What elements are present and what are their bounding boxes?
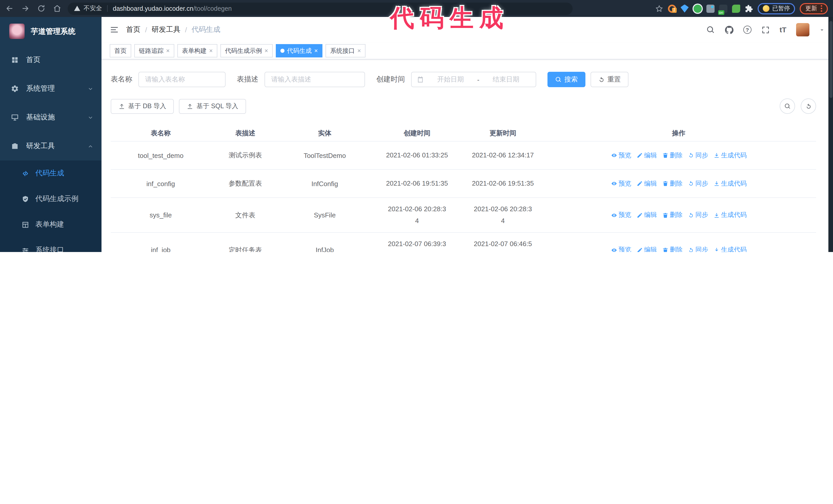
chevron-down-icon[interactable] [819,27,825,32]
eye-icon [611,247,617,252]
browser-update-button[interactable]: 更新 [800,3,828,14]
security-warning[interactable]: 不安全 [74,4,102,13]
table-desc-input[interactable]: 请输入表描述 [264,72,365,87]
sync-link[interactable]: 同步 [688,246,708,252]
create-time-label: 创建时间 [376,75,405,84]
main-area: 首页 / 研发工具 / 代码生成 ? tT 首页 链路 [101,17,833,252]
cell-actions: 预览 编辑 删除 同步 生成代码 [541,211,816,219]
date-range-picker[interactable]: 开始日期 - 结束日期 [411,72,536,87]
tab-codegen-demo[interactable]: 代码生成示例× [220,44,273,57]
download-icon [713,152,719,159]
sliders-icon [22,246,29,252]
pencil-icon [636,181,643,187]
home-icon[interactable] [53,4,62,13]
submenu-item-codegen-demo[interactable]: 代码生成示例 [0,186,101,212]
sidebar-item-home[interactable]: 首页 [0,46,101,74]
import-sql-button[interactable]: 基于 SQL 导入 [179,99,246,114]
preview-link[interactable]: 预览 [611,246,631,252]
cell-actions: 预览 编辑 删除 同步 生成代码 [541,151,816,160]
submenu-item-system-api[interactable]: 系统接口 [0,237,101,252]
sidebar-logo-row[interactable]: 芋道管理系统 [0,17,101,46]
browser-menu-dots-icon[interactable] [821,5,822,12]
tab-system-api[interactable]: 系统接口× [326,44,365,57]
edit-link[interactable]: 编辑 [636,151,657,160]
tab-close-icon[interactable]: × [264,48,268,54]
reset-button[interactable]: 重置 [591,72,628,87]
sync-link[interactable]: 同步 [688,179,708,188]
preview-link[interactable]: 预览 [611,151,631,160]
download-icon [713,181,719,187]
sync-link[interactable]: 同步 [688,151,708,160]
toggle-search-button[interactable] [780,98,795,114]
code-icon [22,169,29,177]
generate-code-link[interactable]: 生成代码 [713,211,747,219]
tab-form-builder[interactable]: 表单构建× [177,44,217,57]
extension-lizard-icon[interactable] [732,4,740,13]
paused-label: 已暂停 [772,5,790,12]
delete-link[interactable]: 删除 [662,151,683,160]
profile-paused-pill[interactable]: 已暂停 [757,3,795,14]
avatar[interactable] [796,23,809,37]
upload-icon [187,103,193,110]
tab-close-icon[interactable]: × [209,48,213,54]
back-icon[interactable] [5,4,14,13]
breadcrumb-item[interactable]: 研发工具 [152,25,181,34]
extension-gem-icon[interactable] [681,4,689,13]
fullscreen-icon[interactable] [761,25,770,34]
date-end-placeholder: 结束日期 [481,75,530,84]
edit-link[interactable]: 编辑 [636,211,657,219]
tab-codegen[interactable]: 代码生成× [276,44,323,57]
reload-icon[interactable] [37,4,46,13]
sync-icon [688,247,694,252]
delete-link[interactable]: 删除 [662,179,683,188]
submenu-item-codegen[interactable]: 代码生成 [0,161,101,186]
hamburger-icon[interactable] [110,25,119,34]
delete-link[interactable]: 删除 [662,246,683,252]
generate-code-link[interactable]: 生成代码 [713,151,747,160]
sidebar-item-devtools[interactable]: 研发工具 [0,132,101,161]
extension-orange-icon[interactable]: 1 [668,4,676,13]
breadcrumb-item[interactable]: 首页 [126,25,140,34]
sidebar-item-system[interactable]: 系统管理 [0,74,101,103]
generate-code-link[interactable]: 生成代码 [713,246,747,252]
extension-green-icon[interactable] [693,4,701,13]
generate-code-link[interactable]: 生成代码 [713,179,747,188]
import-db-button[interactable]: 基于 DB 导入 [111,99,174,114]
table-name-input[interactable]: 请输入表名称 [138,72,225,87]
magnifier-icon [555,76,562,83]
github-icon[interactable] [725,25,734,34]
trash-icon [662,152,668,159]
edit-link[interactable]: 编辑 [636,246,657,252]
tab-home[interactable]: 首页 [110,44,131,57]
bookmark-star-icon[interactable] [655,4,663,13]
extension-gray-icon[interactable] [706,4,714,13]
refresh-table-button[interactable] [801,98,816,114]
page-scrollbar[interactable] [828,17,833,252]
breadcrumb: 首页 / 研发工具 / 代码生成 [126,25,220,34]
sidebar-item-label: 基础设施 [26,113,55,122]
edit-link[interactable]: 编辑 [636,179,657,188]
table-name-label: 表名称 [111,75,132,84]
extension-dark-icon[interactable]: on [719,4,727,13]
font-size-icon[interactable]: tT [780,26,786,34]
preview-link[interactable]: 预览 [611,211,631,219]
forward-icon[interactable] [21,4,30,13]
submenu-item-label: 表单构建 [35,220,64,229]
cell-create-time: 2021-02-07 06:39:3 4 [370,238,465,252]
tags-view-bar: 首页 链路追踪× 表单构建× 代码生成示例× 代码生成× 系统接口× [101,43,833,59]
extensions-puzzle-icon[interactable] [744,4,753,13]
search-form: 表名称 请输入表名称 表描述 请输入表描述 创建时间 开始日期 - 结束日期 [111,72,816,87]
sidebar-item-infra[interactable]: 基础设施 [0,103,101,132]
scrollbar-thumb[interactable] [829,21,832,98]
tab-close-icon[interactable]: × [357,48,361,54]
tab-close-icon[interactable]: × [166,48,170,54]
submenu-item-form-builder[interactable]: 表单构建 [0,212,101,237]
sync-link[interactable]: 同步 [688,211,708,219]
search-button[interactable]: 搜索 [547,72,586,87]
delete-link[interactable]: 删除 [662,211,683,219]
help-icon[interactable]: ? [743,26,752,34]
tab-tracing[interactable]: 链路追踪× [134,44,174,57]
tab-close-icon[interactable]: × [314,48,318,54]
preview-link[interactable]: 预览 [611,179,631,188]
search-icon[interactable] [706,25,715,34]
